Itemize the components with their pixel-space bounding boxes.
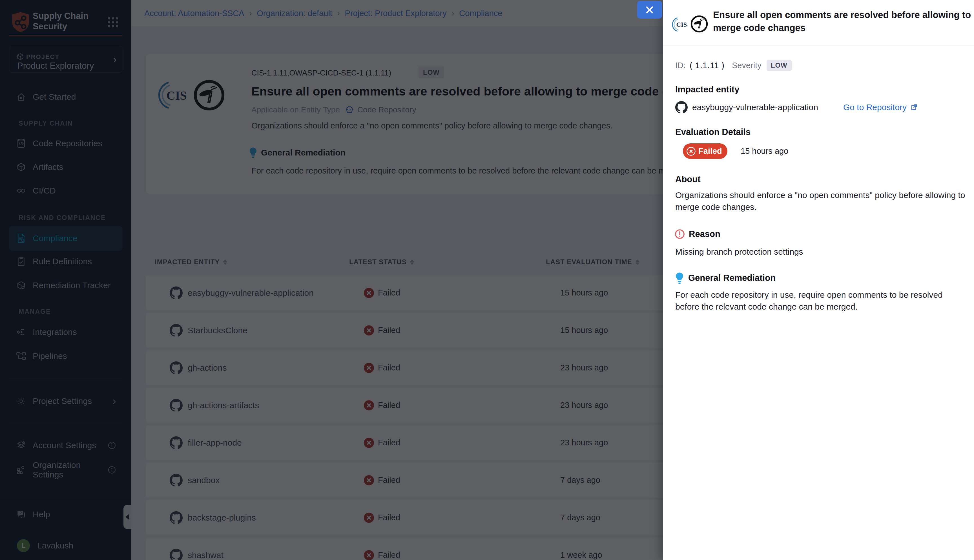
- modal-overlay[interactable]: [0, 0, 663, 560]
- reason-heading-row: Reason: [675, 229, 720, 239]
- close-icon: [645, 5, 654, 15]
- impacted-entity-heading: Impacted entity: [675, 85, 739, 95]
- cis-logo-icon: CIS: [671, 16, 689, 34]
- failed-icon: [687, 147, 695, 156]
- status-label: Failed: [698, 147, 722, 156]
- reason-text: Missing branch protection settings: [675, 246, 966, 258]
- lightbulb-icon: [675, 272, 684, 284]
- evaluation-details-heading: Evaluation Details: [675, 127, 751, 137]
- drawer-title: Ensure all open comments are resolved be…: [713, 8, 974, 34]
- owasp-logo-icon: [690, 15, 709, 34]
- external-link-icon: [910, 103, 918, 111]
- id-value: ( 1.1.11 ): [690, 61, 725, 70]
- remediation-heading: General Remediation: [688, 273, 776, 283]
- general-remediation-heading-row: General Remediation: [675, 272, 776, 284]
- impacted-entity-row: easybuggy-vulnerable-application Go to R…: [675, 100, 963, 114]
- about-text: Organizations should enforce a "no open …: [675, 189, 966, 213]
- github-icon: [675, 101, 688, 113]
- severity-badge: LOW: [767, 60, 792, 71]
- close-button[interactable]: [637, 1, 662, 18]
- alert-circle-icon: [675, 229, 685, 239]
- severity-label: Severity: [732, 61, 762, 70]
- status-badge-failed: Failed: [683, 143, 727, 159]
- about-heading: About: [675, 174, 700, 185]
- id-severity-row: ID: ( 1.1.11 ) Severity LOW: [675, 60, 792, 71]
- detail-drawer: CIS Ensure all open comments are resolve…: [663, 0, 974, 560]
- reason-heading: Reason: [689, 229, 720, 239]
- remediation-text: For each code repository in use, require…: [675, 289, 966, 313]
- link-label: Go to Repository: [843, 103, 907, 112]
- entity-name: easybuggy-vulnerable-application: [692, 103, 818, 112]
- id-label: ID:: [675, 61, 686, 70]
- go-to-repository-link[interactable]: Go to Repository: [843, 100, 922, 114]
- svg-text:CIS: CIS: [676, 21, 687, 28]
- evaluation-time: 15 hours ago: [741, 143, 788, 159]
